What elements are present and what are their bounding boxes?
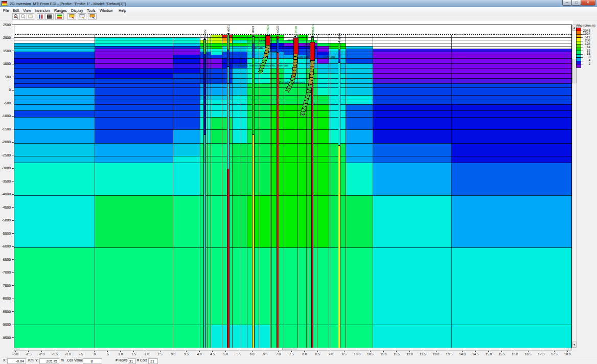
svg-text:-7500: -7500 bbox=[2, 284, 11, 288]
svg-text:st016: st016 bbox=[338, 33, 341, 40]
svg-text:-3.0: -3.0 bbox=[12, 353, 18, 356]
svg-text:-1500: -1500 bbox=[2, 128, 11, 131]
svg-text:st022: st022 bbox=[203, 30, 207, 37]
svg-text:8.5: 8.5 bbox=[315, 353, 320, 356]
svg-text:-2000: -2000 bbox=[2, 141, 11, 144]
svg-text:17.0: 17.0 bbox=[538, 353, 544, 356]
svg-text:3.0: 3.0 bbox=[171, 353, 175, 356]
svg-text:4.5: 4.5 bbox=[210, 353, 215, 356]
svg-text:-2.5: -2.5 bbox=[26, 353, 32, 356]
svg-text:-.5: -.5 bbox=[79, 353, 83, 356]
svg-text:7.0: 7.0 bbox=[276, 353, 281, 356]
svg-text:Clay cap: Clay cap bbox=[251, 46, 264, 50]
svg-text:P P021: P P021 bbox=[266, 25, 270, 34]
svg-text:-9000: -9000 bbox=[2, 323, 11, 327]
svg-text:3.5: 3.5 bbox=[184, 353, 189, 356]
svg-text:1.0: 1.0 bbox=[118, 353, 123, 356]
svg-text:-6500: -6500 bbox=[2, 258, 11, 262]
svg-text:st023: st023 bbox=[251, 26, 255, 33]
svg-text:-4500: -4500 bbox=[2, 206, 11, 210]
svg-text:500: 500 bbox=[5, 76, 11, 79]
svg-text:SP020-A: SP020-A bbox=[311, 24, 315, 36]
svg-text:.0: .0 bbox=[93, 353, 96, 356]
svg-text:Propylitic reservoir: Propylitic reservoir bbox=[236, 64, 261, 67]
svg-text:-1.0: -1.0 bbox=[65, 353, 71, 356]
svg-text:5.0: 5.0 bbox=[223, 353, 228, 356]
svg-text:4.0: 4.0 bbox=[197, 353, 202, 356]
svg-text:9.5: 9.5 bbox=[341, 353, 346, 356]
svg-text:Rho (ohm.m): Rho (ohm.m) bbox=[577, 24, 595, 28]
svg-text:-7000: -7000 bbox=[2, 271, 11, 275]
svg-text:Clay cap: Clay cap bbox=[324, 55, 336, 59]
svg-text:10.0: 10.0 bbox=[354, 353, 360, 356]
svg-text:-3500: -3500 bbox=[2, 180, 11, 184]
svg-text:Propylitic reservoir: Propylitic reservoir bbox=[263, 64, 288, 67]
svg-text:st022: st022 bbox=[276, 26, 280, 33]
svg-text:-4000: -4000 bbox=[2, 193, 11, 196]
svg-text:1000: 1000 bbox=[3, 62, 11, 66]
svg-text:1500: 1500 bbox=[3, 50, 11, 53]
svg-text:13.0: 13.0 bbox=[433, 353, 440, 356]
svg-text:Lava: Lava bbox=[287, 38, 294, 42]
svg-text:14.0: 14.0 bbox=[459, 353, 466, 356]
svg-text:Lava: Lava bbox=[304, 43, 311, 47]
svg-text:11.0: 11.0 bbox=[380, 353, 387, 356]
svg-text:-8000: -8000 bbox=[2, 297, 11, 301]
svg-text:16.5: 16.5 bbox=[525, 353, 532, 356]
svg-text:-9500: -9500 bbox=[2, 336, 11, 340]
svg-text:14.5: 14.5 bbox=[472, 353, 479, 356]
svg-text:2.0: 2.0 bbox=[145, 353, 149, 356]
svg-text:Lava: Lava bbox=[259, 39, 266, 42]
svg-text:-5500: -5500 bbox=[2, 232, 11, 236]
svg-text:-5000: -5000 bbox=[2, 219, 11, 222]
svg-text:9.0: 9.0 bbox=[329, 353, 333, 356]
svg-text:13.5: 13.5 bbox=[446, 353, 452, 356]
svg-text:6.5: 6.5 bbox=[263, 353, 267, 356]
svg-text:18.0: 18.0 bbox=[564, 353, 571, 356]
svg-text:Clay cap: Clay cap bbox=[297, 55, 309, 59]
svg-text:-8500: -8500 bbox=[2, 310, 11, 314]
svg-text:-1.5: -1.5 bbox=[52, 353, 58, 356]
svg-text:-2500: -2500 bbox=[2, 154, 11, 157]
svg-text:-500: -500 bbox=[4, 102, 11, 105]
svg-text:2: 2 bbox=[588, 62, 590, 66]
svg-text:-6000: -6000 bbox=[2, 245, 11, 248]
svg-text:12.5: 12.5 bbox=[420, 353, 426, 356]
svg-text:.5: .5 bbox=[106, 353, 109, 356]
svg-text:5.5: 5.5 bbox=[237, 353, 241, 356]
svg-text:st051: st051 bbox=[227, 25, 231, 32]
svg-text:16.0: 16.0 bbox=[512, 353, 518, 356]
svg-text:15.5: 15.5 bbox=[498, 353, 505, 356]
svg-text:1.5: 1.5 bbox=[131, 353, 136, 356]
svg-text:2000: 2000 bbox=[3, 36, 11, 40]
svg-text:17.5: 17.5 bbox=[551, 353, 558, 356]
svg-text:-3000: -3000 bbox=[2, 167, 11, 170]
svg-text:2.5: 2.5 bbox=[157, 353, 162, 356]
svg-text:+: + bbox=[15, 15, 17, 18]
svg-text:10.5: 10.5 bbox=[367, 353, 374, 356]
svg-text:0: 0 bbox=[9, 88, 11, 92]
svg-text:11.5: 11.5 bbox=[394, 353, 400, 356]
svg-text:-1000: -1000 bbox=[2, 115, 11, 118]
svg-text:P P020: P P020 bbox=[294, 26, 298, 36]
svg-text:-2.0: -2.0 bbox=[39, 353, 45, 356]
svg-text:8.0: 8.0 bbox=[302, 353, 307, 356]
svg-text:6.0: 6.0 bbox=[249, 353, 254, 356]
svg-text:7.5: 7.5 bbox=[289, 353, 294, 356]
svg-text:12.0: 12.0 bbox=[406, 353, 413, 356]
svg-text:2500: 2500 bbox=[3, 24, 11, 27]
svg-text:15.0: 15.0 bbox=[486, 353, 492, 356]
